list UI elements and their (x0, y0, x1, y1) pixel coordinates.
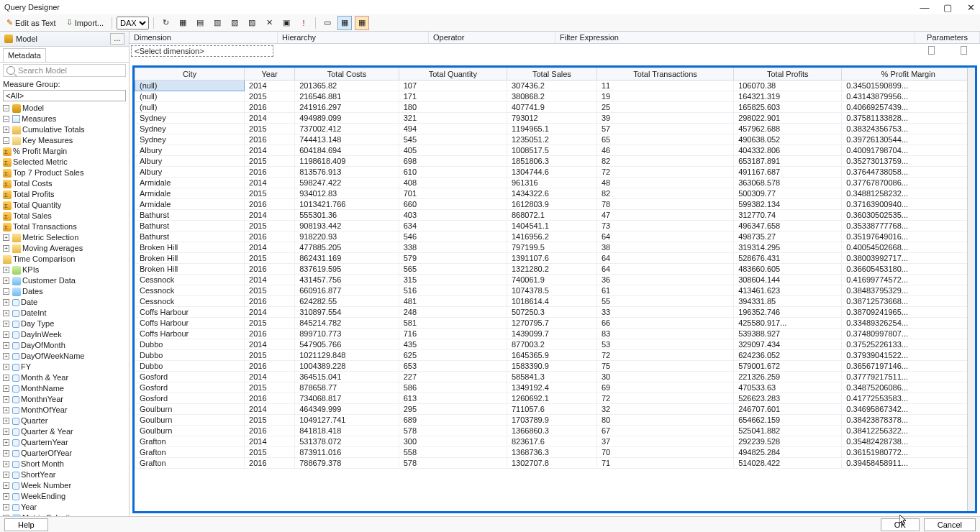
tree-node[interactable]: +Day Type (1, 318, 129, 329)
table-row[interactable]: Sydney2014494989.09932179301239298022.90… (135, 113, 975, 124)
refresh-icon[interactable]: ↻ (158, 16, 173, 30)
tree-node[interactable]: +FY (1, 362, 129, 372)
toolbar-icon-3[interactable]: ▥ (210, 16, 224, 30)
cancel-button[interactable]: Cancel (924, 518, 976, 531)
toolbar-icon-4[interactable]: ▧ (227, 16, 242, 30)
toolbar-icon-2[interactable]: ▤ (193, 16, 207, 30)
table-row[interactable]: Coffs Harbour2014310897.554248507250.333… (135, 307, 975, 318)
table-row[interactable]: Broken Hill2014477885.205338797199.53831… (135, 242, 975, 253)
tree-node[interactable]: Total Sales (1, 211, 129, 221)
tree-node[interactable]: % Profit Margin (1, 146, 129, 157)
column-header[interactable]: Total Quantity (399, 68, 507, 81)
tree-node[interactable]: +MonthOfYear (1, 405, 129, 416)
tree-node[interactable]: +DayOfMonth (1, 340, 129, 351)
tree-node[interactable]: +Cumulative Totals (1, 124, 129, 135)
tree-node[interactable]: Total Transactions (1, 221, 129, 232)
column-header[interactable]: Year (245, 68, 295, 81)
param-checkbox[interactable] (928, 46, 935, 55)
table-row[interactable]: Dubbo20161004389.2286531583390.975579001… (135, 361, 975, 372)
table-row[interactable]: Armidale20161013421.7666601612803.978599… (135, 199, 975, 210)
table-row[interactable]: Albury20151198618.4096981851806.38265318… (135, 156, 975, 167)
table-row[interactable]: Goulburn20151049127.7416891703789.980654… (135, 415, 975, 426)
edit-as-text-button[interactable]: ✎Edit as Text (3, 17, 60, 29)
toolbar-icon-7[interactable]: ▭ (320, 16, 335, 30)
tree-node[interactable]: +MonthnYear (1, 394, 129, 405)
select-dimension-cell[interactable]: <Select dimension> (131, 45, 273, 57)
tree-node[interactable]: +Quarter & Year (1, 426, 129, 437)
table-row[interactable]: Cessnock2016624282.554811018614.45539433… (135, 296, 975, 307)
table-row[interactable]: Broken Hill2016837619.5955651321280.2644… (135, 264, 975, 275)
tree-node[interactable]: +Date (1, 297, 129, 308)
model-ellipsis-button[interactable]: … (110, 33, 124, 45)
toolbar-icon-5[interactable]: ▨ (245, 16, 259, 30)
table-row[interactable]: Sydney2016744413.1485451235051.265490638… (135, 134, 975, 145)
metadata-tab[interactable]: Metadata (3, 48, 46, 62)
tree-node[interactable]: +Customer Data (1, 275, 129, 286)
execute-icon[interactable]: ! (296, 16, 311, 30)
search-input[interactable]: Search Model (3, 64, 126, 77)
tree-node[interactable]: +KPIs (1, 265, 129, 275)
tree-node[interactable]: +DayOfWeekName (1, 351, 129, 362)
close-button[interactable]: ✕ (966, 2, 976, 13)
column-header[interactable]: Total Sales (507, 68, 596, 81)
table-row[interactable]: Bathurst2016918220.935461416956.26449873… (135, 231, 975, 242)
table-row[interactable]: Albury2014604184.6944051008517.546404332… (135, 145, 975, 156)
tree-node[interactable]: +MonthName (1, 383, 129, 394)
language-select[interactable]: DAX (117, 17, 149, 29)
tree-node[interactable]: +Short Month (1, 459, 129, 469)
tree-node[interactable]: Total Profits (1, 189, 129, 200)
table-row[interactable]: Goulburn2014464349.999295711057.63224670… (135, 404, 975, 415)
tree-node[interactable]: +Month & Year (1, 372, 129, 383)
tree-node[interactable]: Selected Metric (1, 157, 129, 168)
minimize-button[interactable]: — (920, 2, 930, 13)
table-row[interactable]: Dubbo20151021129.8486251645365.972624236… (135, 350, 975, 361)
tree-node[interactable]: +QuarternYear (1, 437, 129, 448)
table-row[interactable]: Grafton2015873911.0165581368736.37049482… (135, 447, 975, 458)
table-row[interactable]: Gosford2014364515.041227585841.330221326… (135, 372, 975, 382)
table-row[interactable]: Coffs Harbour2016899710.7737161439099.78… (135, 329, 975, 339)
table-row[interactable]: Coffs Harbour2015845214.7825811270795.76… (135, 318, 975, 329)
table-row[interactable]: Armidale2015934012.837011434322.68250030… (135, 188, 975, 199)
tree-node[interactable]: Total Costs (1, 178, 129, 189)
table-row[interactable]: (null)2015216546.881171380868.219164321.… (135, 91, 975, 102)
tree-node[interactable]: +Quarter (1, 416, 129, 426)
column-header[interactable]: City (135, 68, 245, 81)
help-button[interactable]: Help (4, 518, 48, 531)
delete-icon[interactable]: ✕ (262, 16, 276, 30)
column-header[interactable]: Total Transactions (596, 68, 733, 81)
tree-node[interactable]: Total Quantity (1, 200, 129, 211)
column-header[interactable]: Total Costs (295, 68, 399, 81)
toolbar-icon-8[interactable]: ▦ (337, 16, 352, 30)
toolbar-icon-6[interactable]: ▣ (279, 16, 294, 30)
param-checkbox[interactable] (961, 46, 967, 55)
tree-node[interactable]: +Metric Selection (1, 232, 129, 243)
table-row[interactable]: (null)2016241916.297180407741.925165825.… (135, 102, 975, 113)
tree-node[interactable]: –Measures (1, 114, 129, 124)
tree-node[interactable]: –Key Measures (1, 135, 129, 146)
tree-node[interactable]: +Week Number (1, 480, 129, 491)
table-row[interactable]: Albury2016813576.9136101304744.672491167… (135, 167, 975, 178)
toolbar-icon-9[interactable]: ▦ (355, 16, 369, 30)
toolbar-icon-1[interactable]: ▦ (176, 16, 190, 30)
column-header[interactable]: % Profit Margin (842, 68, 975, 81)
table-row[interactable]: Grafton2014531378.072300823617.637292239… (135, 436, 975, 447)
table-row[interactable]: Bathurst2015908193.4426341404541.1734963… (135, 221, 975, 231)
tree-node[interactable]: +Year (1, 502, 129, 513)
table-row[interactable]: (null)2014201365.82107307436.211106070.3… (135, 81, 975, 91)
table-row[interactable]: Goulburn2016841818.4185781366860.3675250… (135, 426, 975, 436)
tree-node[interactable]: +WeekEnding (1, 491, 129, 502)
table-row[interactable]: Grafton2016788679.3785781302707.87151402… (135, 458, 975, 469)
table-row[interactable]: Sydney2015737002.4124941194965.157457962… (135, 124, 975, 134)
maximize-button[interactable]: ▢ (943, 2, 953, 13)
tree-node[interactable]: +ShortYear (1, 469, 129, 480)
tree-node[interactable]: +DateInt (1, 308, 129, 318)
filter-row[interactable]: <Select dimension> (130, 44, 980, 58)
tree-node[interactable]: –Model (1, 103, 129, 114)
table-row[interactable]: Cessnock2014431457.756315740061.93630860… (135, 275, 975, 285)
tree-node[interactable]: +Moving Averages (1, 243, 129, 254)
table-row[interactable]: Dubbo2014547905.766435877003.253329097.4… (135, 339, 975, 350)
tree-node[interactable]: Top 7 Product Sales (1, 168, 129, 178)
import-button[interactable]: ⇩Import... (63, 17, 107, 29)
tree-node[interactable]: +DayInWeek (1, 329, 129, 340)
table-row[interactable]: Gosford2015878658.775861349192.469470533… (135, 382, 975, 393)
